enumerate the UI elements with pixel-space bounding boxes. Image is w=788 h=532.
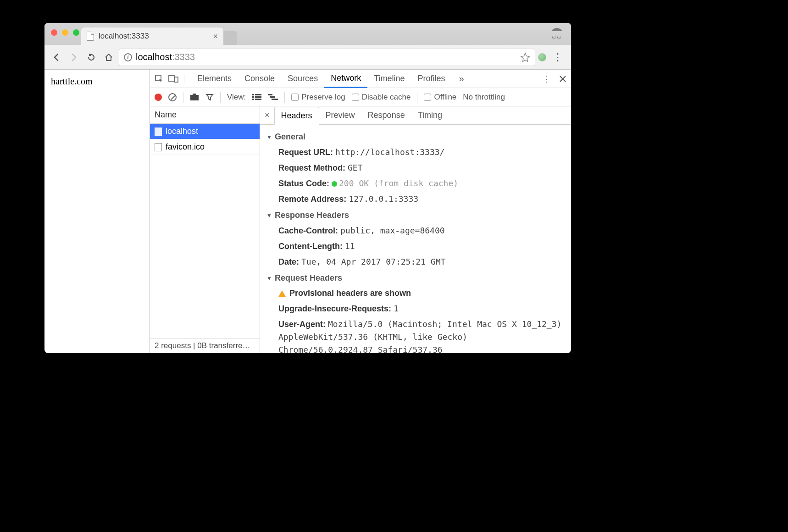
value-remote-address: 127.0.0.1:3333 <box>349 194 418 204</box>
page-body: harttle.com <box>44 70 150 353</box>
address-bar[interactable]: i localhost:3333 <box>119 49 535 66</box>
label-status-code: Status Code: <box>278 179 329 188</box>
document-icon <box>155 127 162 136</box>
filter-icon[interactable] <box>205 93 214 101</box>
browser-tab[interactable]: localhost:3333 × <box>81 28 223 45</box>
label-date: Date: <box>278 257 299 266</box>
label-cache-control: Cache-Control: <box>278 226 338 235</box>
svg-rect-13 <box>272 99 278 100</box>
section-title[interactable]: Response Headers <box>266 211 562 220</box>
content-area: harttle.com Elements Console Sources Net… <box>44 70 571 353</box>
tab-title: localhost:3333 <box>99 32 149 41</box>
page-icon <box>87 32 94 41</box>
svg-rect-7 <box>252 96 254 98</box>
request-name: favicon.ico <box>166 142 205 152</box>
svg-rect-2 <box>175 77 178 82</box>
request-detail: × Headers Preview Response Timing Genera… <box>260 106 571 353</box>
devtools-panel: Elements Console Sources Network Timelin… <box>150 70 571 353</box>
document-icon <box>155 143 162 151</box>
tab-console[interactable]: Console <box>238 70 281 87</box>
capture-screenshot-icon[interactable] <box>190 94 199 101</box>
detail-tab-timing[interactable]: Timing <box>411 107 449 124</box>
close-window-button[interactable] <box>51 29 57 36</box>
home-button[interactable] <box>101 50 116 65</box>
value-date: Tue, 04 Apr 2017 07:25:21 GMT <box>301 257 445 266</box>
svg-rect-8 <box>255 96 261 98</box>
tab-sources[interactable]: Sources <box>281 70 324 87</box>
tab-close-button[interactable]: × <box>213 32 218 41</box>
nav-toolbar: i localhost:3333 ⋮ <box>44 45 571 70</box>
network-main: Name localhost favicon.ico 2 requests | … <box>150 106 571 353</box>
headers-panel: General Request URL: http://localhost:33… <box>260 125 571 353</box>
detail-tabstrip: × Headers Preview Response Timing <box>260 106 571 125</box>
browser-window: localhost:3333 × ⊙⊙ i localhost:3333 <box>44 23 571 353</box>
url-host: localhost <box>136 52 172 62</box>
tab-elements[interactable]: Elements <box>191 70 238 87</box>
value-status-code: 200 OK (from disk cache) <box>339 178 458 188</box>
label-content-length: Content-Length: <box>278 242 343 251</box>
detail-tab-response[interactable]: Response <box>361 107 411 124</box>
tab-network[interactable]: Network <box>324 70 367 88</box>
devtools-tabstrip: Elements Console Sources Network Timelin… <box>150 70 571 88</box>
device-mode-icon[interactable] <box>168 75 178 83</box>
separator <box>183 92 183 103</box>
reload-button[interactable] <box>84 50 99 65</box>
separator <box>220 92 221 103</box>
inspect-element-icon[interactable] <box>155 74 164 83</box>
request-name: localhost <box>166 127 198 136</box>
tab-profiles[interactable]: Profiles <box>411 70 452 87</box>
page-text: harttle.com <box>51 76 93 86</box>
zoom-window-button[interactable] <box>73 29 79 36</box>
back-button[interactable] <box>49 50 64 65</box>
label-remote-address: Remote Address: <box>278 194 346 204</box>
warning-icon <box>278 290 286 297</box>
section-general: General Request URL: http://localhost:33… <box>266 132 562 207</box>
site-info-icon[interactable]: i <box>124 53 132 61</box>
detail-tab-headers[interactable]: Headers <box>274 107 319 125</box>
value-upgrade-insecure: 1 <box>394 304 399 313</box>
value-cache-control: public, max-age=86400 <box>340 226 445 235</box>
svg-rect-10 <box>255 99 261 100</box>
svg-rect-9 <box>252 99 254 100</box>
detail-close-button[interactable]: × <box>260 111 274 120</box>
view-list-icon[interactable] <box>252 94 261 101</box>
value-request-url: http://localhost:3333/ <box>335 147 444 157</box>
section-request-headers: Request Headers Provisional headers are … <box>266 273 562 353</box>
label-user-agent: User-Agent: <box>278 320 326 329</box>
throttling-select[interactable]: No throttling <box>463 93 505 102</box>
detail-tab-preview[interactable]: Preview <box>319 107 361 124</box>
requests-column-header[interactable]: Name <box>150 106 260 124</box>
tab-timeline[interactable]: Timeline <box>367 70 411 87</box>
provisional-warning: Provisional headers are shown <box>289 288 411 298</box>
url-rest: :3333 <box>172 52 195 62</box>
bookmark-star-icon[interactable] <box>520 52 530 62</box>
incognito-icon: ⊙⊙ <box>551 28 563 40</box>
status-ok-icon <box>332 181 337 187</box>
separator <box>284 92 285 103</box>
svg-rect-1 <box>169 76 174 81</box>
profile-avatar[interactable] <box>538 53 546 61</box>
label-upgrade-insecure: Upgrade-Insecure-Requests: <box>278 304 391 313</box>
record-button[interactable] <box>155 94 162 101</box>
chrome-menu-button[interactable]: ⋮ <box>549 51 566 63</box>
clear-button[interactable] <box>168 93 177 101</box>
minimize-window-button[interactable] <box>62 29 68 36</box>
devtools-close-button[interactable] <box>559 75 566 83</box>
devtools-menu-button[interactable]: ⋮ <box>543 74 551 84</box>
request-row[interactable]: localhost <box>150 124 260 139</box>
section-response-headers: Response Headers Cache-Control: public, … <box>266 211 562 270</box>
forward-button[interactable] <box>67 50 81 65</box>
disable-cache-checkbox[interactable]: Disable cache <box>352 93 411 102</box>
tabs-overflow-button[interactable]: » <box>453 70 471 88</box>
svg-rect-5 <box>252 94 254 95</box>
request-row[interactable]: favicon.ico <box>150 139 260 155</box>
separator <box>417 92 417 103</box>
section-title[interactable]: General <box>266 132 562 142</box>
svg-rect-11 <box>268 94 272 95</box>
value-content-length: 11 <box>345 241 355 251</box>
section-title[interactable]: Request Headers <box>266 273 562 283</box>
svg-rect-6 <box>255 94 261 95</box>
preserve-log-checkbox[interactable]: Preserve log <box>291 93 345 102</box>
view-waterfall-icon[interactable] <box>268 94 278 101</box>
offline-checkbox[interactable]: Offline <box>424 93 456 102</box>
